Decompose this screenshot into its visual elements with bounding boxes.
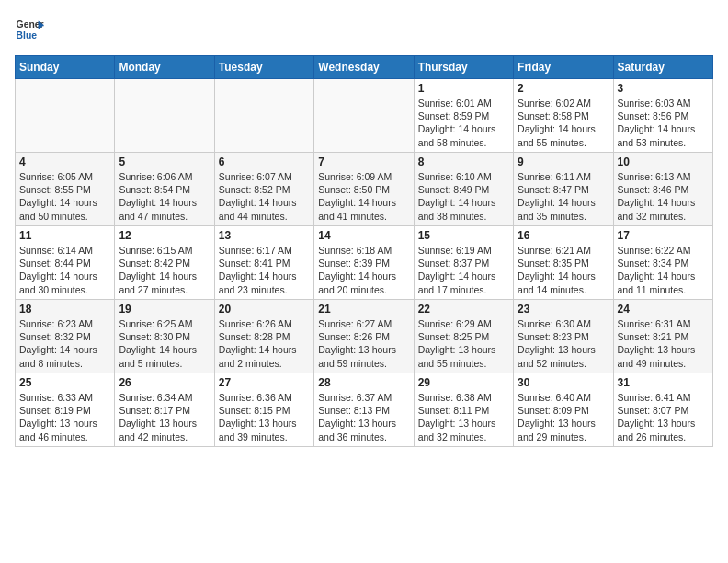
day-number: 12 [119,229,210,242]
calendar-cell: 31Sunrise: 6:41 AM Sunset: 8:07 PM Dayli… [613,373,712,447]
day-info: Sunrise: 6:29 AM Sunset: 8:25 PM Dayligh… [418,317,509,370]
svg-text:Blue: Blue [17,30,38,40]
day-number: 7 [318,155,409,168]
day-number: 23 [518,303,609,316]
day-number: 18 [19,303,110,316]
calendar-cell: 22Sunrise: 6:29 AM Sunset: 8:25 PM Dayli… [414,300,513,373]
calendar-cell [214,79,313,153]
day-info: Sunrise: 6:09 AM Sunset: 8:50 PM Dayligh… [318,170,409,223]
day-number: 20 [219,303,310,316]
day-info: Sunrise: 6:01 AM Sunset: 8:59 PM Dayligh… [418,97,509,149]
calendar-cell: 7Sunrise: 6:09 AM Sunset: 8:50 PM Daylig… [314,153,414,226]
day-number: 1 [418,82,509,95]
calendar-cell [16,79,115,153]
calendar-cell: 23Sunrise: 6:30 AM Sunset: 8:23 PM Dayli… [514,300,613,373]
day-info: Sunrise: 6:11 AM Sunset: 8:47 PM Dayligh… [518,170,609,223]
day-info: Sunrise: 6:34 AM Sunset: 8:17 PM Dayligh… [119,391,210,443]
day-info: Sunrise: 6:21 AM Sunset: 8:35 PM Dayligh… [518,244,609,296]
day-number: 3 [618,82,709,95]
calendar-cell: 1Sunrise: 6:01 AM Sunset: 8:59 PM Daylig… [414,79,513,153]
calendar-week-row: 1Sunrise: 6:01 AM Sunset: 8:59 PM Daylig… [16,79,713,153]
calendar-table: SundayMondayTuesdayWednesdayThursdayFrid… [15,55,713,447]
day-info: Sunrise: 6:02 AM Sunset: 8:58 PM Dayligh… [518,97,609,149]
calendar-cell: 16Sunrise: 6:21 AM Sunset: 8:35 PM Dayli… [514,226,613,300]
day-info: Sunrise: 6:23 AM Sunset: 8:32 PM Dayligh… [19,317,110,370]
day-info: Sunrise: 6:05 AM Sunset: 8:55 PM Dayligh… [19,170,110,223]
day-number: 10 [618,155,709,168]
day-number: 9 [518,155,609,168]
logo: General Blue [15,15,44,44]
calendar-week-row: 25Sunrise: 6:33 AM Sunset: 8:19 PM Dayli… [16,373,713,447]
day-number: 4 [19,155,110,168]
weekday-header-tuesday: Tuesday [214,56,313,79]
calendar-week-row: 11Sunrise: 6:14 AM Sunset: 8:44 PM Dayli… [16,226,713,300]
day-number: 21 [318,303,409,316]
day-info: Sunrise: 6:18 AM Sunset: 8:39 PM Dayligh… [318,244,409,296]
day-number: 17 [618,229,709,242]
day-info: Sunrise: 6:33 AM Sunset: 8:19 PM Dayligh… [19,391,110,443]
weekday-header-sunday: Sunday [16,56,115,79]
day-number: 27 [219,376,310,389]
day-info: Sunrise: 6:14 AM Sunset: 8:44 PM Dayligh… [19,244,110,296]
page-header: General Blue [15,15,713,44]
calendar-cell: 10Sunrise: 6:13 AM Sunset: 8:46 PM Dayli… [613,153,712,226]
calendar-cell: 4Sunrise: 6:05 AM Sunset: 8:55 PM Daylig… [16,153,115,226]
day-info: Sunrise: 6:22 AM Sunset: 8:34 PM Dayligh… [618,244,709,296]
calendar-header-row: SundayMondayTuesdayWednesdayThursdayFrid… [16,56,713,79]
calendar-cell: 17Sunrise: 6:22 AM Sunset: 8:34 PM Dayli… [613,226,712,300]
day-info: Sunrise: 6:06 AM Sunset: 8:54 PM Dayligh… [119,170,210,223]
calendar-cell: 14Sunrise: 6:18 AM Sunset: 8:39 PM Dayli… [314,226,414,300]
day-info: Sunrise: 6:03 AM Sunset: 8:56 PM Dayligh… [618,97,709,149]
calendar-cell [314,79,414,153]
day-number: 30 [518,376,609,389]
day-number: 5 [119,155,210,168]
day-info: Sunrise: 6:30 AM Sunset: 8:23 PM Dayligh… [518,317,609,370]
logo-icon: General Blue [15,15,44,44]
day-info: Sunrise: 6:26 AM Sunset: 8:28 PM Dayligh… [219,317,310,370]
day-number: 11 [19,229,110,242]
calendar-cell: 8Sunrise: 6:10 AM Sunset: 8:49 PM Daylig… [414,153,513,226]
day-info: Sunrise: 6:17 AM Sunset: 8:41 PM Dayligh… [219,244,310,296]
calendar-cell: 13Sunrise: 6:17 AM Sunset: 8:41 PM Dayli… [214,226,313,300]
day-info: Sunrise: 6:40 AM Sunset: 8:09 PM Dayligh… [518,391,609,443]
calendar-cell: 12Sunrise: 6:15 AM Sunset: 8:42 PM Dayli… [115,226,214,300]
day-number: 2 [518,82,609,95]
day-info: Sunrise: 6:10 AM Sunset: 8:49 PM Dayligh… [418,170,509,223]
calendar-cell: 19Sunrise: 6:25 AM Sunset: 8:30 PM Dayli… [115,300,214,373]
weekday-header-saturday: Saturday [613,56,712,79]
day-number: 19 [119,303,210,316]
calendar-week-row: 18Sunrise: 6:23 AM Sunset: 8:32 PM Dayli… [16,300,713,373]
calendar-cell: 28Sunrise: 6:37 AM Sunset: 8:13 PM Dayli… [314,373,414,447]
day-number: 31 [618,376,709,389]
calendar-cell: 9Sunrise: 6:11 AM Sunset: 8:47 PM Daylig… [514,153,613,226]
day-info: Sunrise: 6:07 AM Sunset: 8:52 PM Dayligh… [219,170,310,223]
calendar-cell: 30Sunrise: 6:40 AM Sunset: 8:09 PM Dayli… [514,373,613,447]
day-info: Sunrise: 6:15 AM Sunset: 8:42 PM Dayligh… [119,244,210,296]
calendar-cell: 2Sunrise: 6:02 AM Sunset: 8:58 PM Daylig… [514,79,613,153]
calendar-cell: 25Sunrise: 6:33 AM Sunset: 8:19 PM Dayli… [16,373,115,447]
calendar-cell: 24Sunrise: 6:31 AM Sunset: 8:21 PM Dayli… [613,300,712,373]
day-info: Sunrise: 6:19 AM Sunset: 8:37 PM Dayligh… [418,244,509,296]
calendar-cell: 21Sunrise: 6:27 AM Sunset: 8:26 PM Dayli… [314,300,414,373]
day-info: Sunrise: 6:25 AM Sunset: 8:30 PM Dayligh… [119,317,210,370]
calendar-cell: 18Sunrise: 6:23 AM Sunset: 8:32 PM Dayli… [16,300,115,373]
weekday-header-thursday: Thursday [414,56,513,79]
day-info: Sunrise: 6:27 AM Sunset: 8:26 PM Dayligh… [318,317,409,370]
weekday-header-wednesday: Wednesday [314,56,414,79]
day-info: Sunrise: 6:41 AM Sunset: 8:07 PM Dayligh… [618,391,709,443]
day-number: 6 [219,155,310,168]
day-number: 15 [418,229,509,242]
day-number: 28 [318,376,409,389]
calendar-cell: 15Sunrise: 6:19 AM Sunset: 8:37 PM Dayli… [414,226,513,300]
day-number: 13 [219,229,310,242]
calendar-cell: 3Sunrise: 6:03 AM Sunset: 8:56 PM Daylig… [613,79,712,153]
calendar-cell: 26Sunrise: 6:34 AM Sunset: 8:17 PM Dayli… [115,373,214,447]
calendar-cell: 6Sunrise: 6:07 AM Sunset: 8:52 PM Daylig… [214,153,313,226]
day-number: 14 [318,229,409,242]
day-number: 8 [418,155,509,168]
calendar-cell [115,79,214,153]
day-number: 22 [418,303,509,316]
weekday-header-monday: Monday [115,56,214,79]
day-info: Sunrise: 6:38 AM Sunset: 8:11 PM Dayligh… [418,391,509,443]
day-number: 24 [618,303,709,316]
